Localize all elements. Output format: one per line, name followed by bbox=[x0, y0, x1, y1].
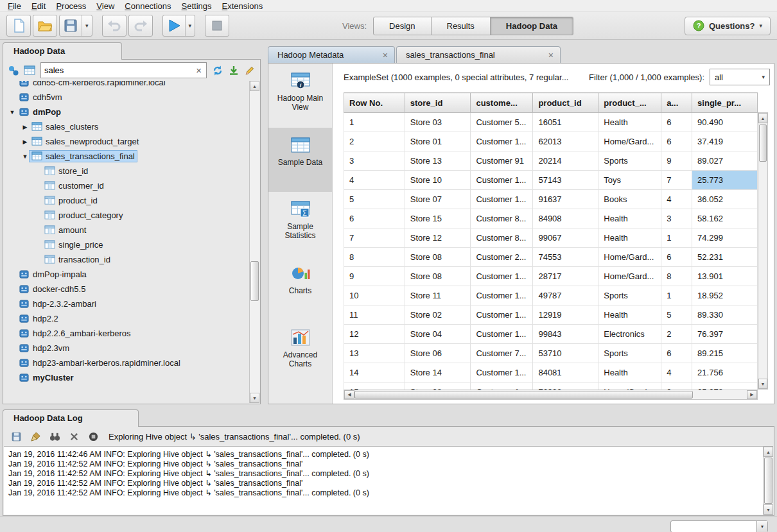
table-horizontal-scrollbar[interactable] bbox=[344, 390, 758, 400]
table-cell[interactable]: Store 02 bbox=[405, 305, 471, 325]
collapse-arrow-icon[interactable] bbox=[21, 153, 30, 160]
scroll-right-icon[interactable] bbox=[747, 390, 757, 399]
import-button[interactable] bbox=[227, 64, 240, 77]
dropdown-caret-icon[interactable] bbox=[82, 15, 89, 36]
table-cell[interactable]: 2 bbox=[661, 325, 692, 344]
menu-connections[interactable]: Connections bbox=[119, 1, 176, 12]
scroll-left-icon[interactable] bbox=[344, 390, 354, 399]
filter-select[interactable]: all bbox=[710, 69, 770, 85]
table-cell[interactable]: 84908 bbox=[533, 209, 598, 228]
table-cell[interactable]: Customer 91 bbox=[471, 151, 533, 171]
table-cell[interactable]: Toys bbox=[598, 171, 661, 190]
table-cell[interactable]: 91637 bbox=[533, 190, 598, 209]
table-cell[interactable]: 89.027 bbox=[692, 151, 758, 171]
tree-item-docker-cdh5-5[interactable]: docker-cdh5.5 bbox=[4, 282, 249, 296]
tree-item-transaction-id[interactable]: transaction_id bbox=[4, 252, 249, 267]
table-cell[interactable]: 1 bbox=[661, 228, 692, 248]
run-button[interactable] bbox=[162, 15, 196, 37]
table-cell[interactable]: Books bbox=[598, 190, 661, 209]
questions-button[interactable]: ? Questions? bbox=[685, 17, 771, 35]
table-cell[interactable]: 62013 bbox=[533, 132, 598, 151]
table-cell[interactable]: 21.756 bbox=[692, 363, 758, 382]
table-cell[interactable]: 15 bbox=[344, 382, 405, 390]
table-cell[interactable]: Health bbox=[598, 113, 661, 132]
tree-item-hdp-2-3-2-ambari[interactable]: hdp-2.3.2-ambari bbox=[4, 296, 249, 311]
table-cell[interactable]: 99843 bbox=[533, 325, 598, 344]
table-cell[interactable]: Customer 2... bbox=[471, 248, 533, 267]
table-cell[interactable]: Customer 5... bbox=[471, 113, 533, 132]
table-cell[interactable]: 49787 bbox=[533, 286, 598, 305]
table-cell[interactable]: Store 11 bbox=[405, 286, 471, 305]
table-cell[interactable]: 13 bbox=[344, 344, 405, 363]
table-cell[interactable]: 37.419 bbox=[692, 132, 758, 151]
tree-item-cdh55-cm-kerberos-rapidminer-local[interactable]: cdh55-cm-kerberos.rapidminer.local bbox=[4, 81, 249, 90]
tree-item-hdp2-3vm[interactable]: hdp2.3vm bbox=[4, 341, 249, 356]
log-scrollbar[interactable] bbox=[763, 447, 773, 515]
table-cell[interactable]: Customer 1... bbox=[471, 305, 533, 325]
table-vscrollbar-thumb[interactable] bbox=[759, 124, 767, 162]
sidebar-item-hadoop-main-view[interactable]: iHadoop Main View bbox=[268, 64, 332, 128]
table-cell[interactable]: Customer 1... bbox=[471, 363, 533, 382]
save-log-button[interactable] bbox=[10, 430, 22, 443]
table-cell[interactable]: Store 01 bbox=[405, 132, 471, 151]
stop-button[interactable] bbox=[205, 15, 229, 37]
sidebar-item-sample-statistics[interactable]: ΣSample Statistics bbox=[268, 192, 332, 256]
table-cell[interactable]: 7 bbox=[344, 228, 405, 248]
scroll-up-icon[interactable] bbox=[758, 113, 767, 123]
tree-item-store-id[interactable]: store_id bbox=[4, 164, 249, 178]
table-cell[interactable]: 89.215 bbox=[692, 344, 758, 363]
table-cell[interactable]: Home/Gard... bbox=[598, 382, 661, 390]
table-cell[interactable]: Health bbox=[598, 228, 661, 248]
sidebar-item-advanced-charts[interactable]: Advanced Charts bbox=[268, 320, 332, 384]
table-cell[interactable]: Store 03 bbox=[405, 113, 471, 132]
table-cell[interactable]: 16051 bbox=[533, 113, 598, 132]
table-cell[interactable]: Store 12 bbox=[405, 228, 471, 248]
table-cell[interactable]: Customer 1... bbox=[471, 325, 533, 344]
table-cell[interactable]: 5 bbox=[661, 305, 692, 325]
close-tab-icon[interactable] bbox=[548, 51, 554, 60]
table-cell[interactable]: 1 bbox=[661, 286, 692, 305]
search-input[interactable] bbox=[44, 65, 195, 75]
manage-connections-button[interactable] bbox=[7, 64, 20, 77]
column-header-single-pr[interactable]: single_pr... bbox=[692, 93, 758, 113]
tree-scrollbar[interactable] bbox=[249, 81, 259, 403]
refresh-button[interactable] bbox=[211, 64, 224, 77]
table-cell[interactable]: 65.078 bbox=[692, 382, 758, 390]
table-cell[interactable]: 36.052 bbox=[692, 190, 758, 209]
table-cell[interactable]: 4 bbox=[661, 190, 692, 209]
redo-button[interactable] bbox=[128, 15, 153, 37]
collapse-arrow-icon[interactable] bbox=[8, 109, 17, 116]
menu-process[interactable]: Process bbox=[51, 1, 91, 12]
table-cell[interactable]: Home/Gard... bbox=[598, 248, 661, 267]
sidebar-item-sample-data[interactable]: Sample Data bbox=[268, 128, 332, 192]
clear-search-icon[interactable] bbox=[195, 65, 203, 75]
edit-button[interactable] bbox=[243, 64, 256, 77]
table-cell[interactable]: 2 bbox=[344, 132, 405, 151]
table-cell[interactable]: 3 bbox=[344, 151, 405, 171]
table-cell[interactable]: Store 04 bbox=[405, 325, 471, 344]
table-cell[interactable]: 74.299 bbox=[692, 228, 758, 248]
table-cell[interactable]: Store 07 bbox=[405, 190, 471, 209]
table-cell[interactable]: 53710 bbox=[533, 344, 598, 363]
table-cell[interactable]: 11 bbox=[344, 305, 405, 325]
scroll-down-icon[interactable] bbox=[758, 379, 767, 389]
table-cell[interactable]: Electronics bbox=[598, 325, 661, 344]
table-cell[interactable]: 52.231 bbox=[692, 248, 758, 267]
table-cell[interactable]: 9 bbox=[344, 267, 405, 286]
new-table-button[interactable] bbox=[23, 64, 36, 77]
table-cell[interactable]: Home/Gard... bbox=[598, 132, 661, 151]
tree-item-hdp2-2[interactable]: hdp2.2 bbox=[4, 311, 249, 326]
menu-edit[interactable]: Edit bbox=[26, 1, 51, 12]
table-cell[interactable]: 76926 bbox=[533, 382, 598, 390]
table-cell[interactable]: Home/Gard... bbox=[598, 267, 661, 286]
tab-hadoop-data-log[interactable]: Hadoop Data Log bbox=[3, 409, 139, 427]
table-cell[interactable]: Customer 8... bbox=[471, 209, 533, 228]
tree-item-hdp2-2-6-ambari-kerberos[interactable]: hdp2.2.6_ambari-kerberos bbox=[4, 326, 249, 341]
bottom-right-dropdown[interactable] bbox=[670, 520, 768, 532]
table-cell[interactable]: 14 bbox=[344, 363, 405, 382]
tree-item-dmpop-impala[interactable]: dmPop-impala bbox=[4, 267, 249, 282]
tree-item-dmpop[interactable]: dmPop bbox=[4, 105, 249, 119]
table-cell[interactable]: Store 06 bbox=[405, 344, 471, 363]
tree-scrollbar-thumb[interactable] bbox=[250, 261, 259, 301]
table-cell[interactable]: 5 bbox=[344, 190, 405, 209]
